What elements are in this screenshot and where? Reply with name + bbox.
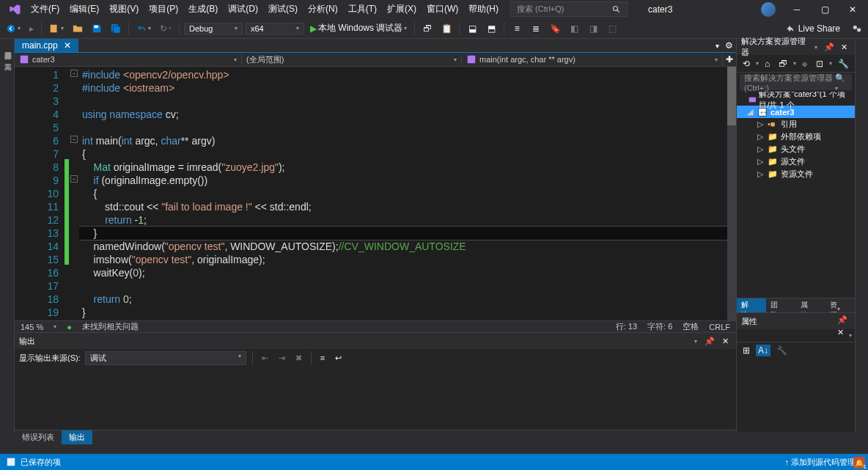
config-combo[interactable]: Debug▾ <box>184 23 243 34</box>
output-source-combo[interactable]: 调试▾ <box>85 351 246 365</box>
nav-back-button[interactable]: ▾ <box>3 22 23 35</box>
menu-文件(F)[interactable]: 文件(F) <box>26 1 64 18</box>
out-tool-2[interactable]: ⇥ <box>276 352 288 364</box>
platform-combo[interactable]: x64▾ <box>246 23 304 34</box>
prop-cat-icon[interactable]: ⊞ <box>740 344 753 357</box>
sol-home-icon[interactable]: ⟲ <box>740 57 753 70</box>
panel-close-icon[interactable]: ✕ <box>838 41 850 54</box>
notification-badge[interactable]: 🔔1 <box>853 457 865 469</box>
output-close-icon[interactable]: ✕ <box>719 335 732 348</box>
menu-窗口(W)[interactable]: 窗口(W) <box>422 1 463 18</box>
new-button[interactable]: ▾ <box>46 22 67 35</box>
tab-error-list[interactable]: 错误列表 <box>15 430 62 444</box>
tree-node[interactable]: ▷📁头文件 <box>737 143 855 155</box>
output-source-label: 显示输出来源(S): <box>19 353 81 364</box>
tb-icon-8[interactable]: ◧ <box>566 22 582 35</box>
tb-icon-7[interactable]: 🔖 <box>547 22 563 35</box>
stab[interactable]: 解决... <box>737 298 766 312</box>
tree-node[interactable]: ▷📁外部依赖项 <box>737 131 855 143</box>
nav-scope-global[interactable]: (全局范围)▾ <box>242 54 462 66</box>
feedback-button[interactable] <box>849 22 865 35</box>
panel-dd-icon[interactable]: ▾ <box>812 41 820 54</box>
server-explorer-tab[interactable]: 服务器资源管理器 <box>0 40 14 52</box>
solution-search[interactable]: 搜索解决方案资源管理器(Ctrl+;)🔍 ▾ <box>740 74 852 90</box>
tree-node[interactable]: ▷📁资源文件 <box>737 168 855 180</box>
sol-tool-6[interactable]: 🔧 <box>835 57 852 70</box>
redo-button[interactable]: ↻▾ <box>157 22 174 35</box>
panel-pin-icon[interactable]: 📌 <box>821 41 837 54</box>
nav-fwd-button[interactable]: ▸ <box>26 22 37 35</box>
out-tool-4[interactable]: ≡ <box>317 352 328 364</box>
line-label: 行: 13 <box>616 321 637 332</box>
tb-icon-6[interactable]: ≣ <box>528 22 544 35</box>
tab-output[interactable]: 输出 <box>62 430 92 444</box>
start-debug-button[interactable]: ▶ 本地 Windows 调试器 ▾ <box>307 21 410 36</box>
sol-tool-5[interactable]: ⊡ <box>813 57 826 70</box>
menu-测试(S)[interactable]: 测试(S) <box>264 1 302 18</box>
save-status-icon <box>6 457 16 467</box>
tree-node[interactable]: ▷📁源文件 <box>737 155 855 168</box>
menu-扩展(X)[interactable]: 扩展(X) <box>383 1 421 18</box>
prop-close-icon[interactable]: ✕ <box>834 326 850 339</box>
tb-icon-9[interactable]: ◨ <box>585 22 601 35</box>
prop-az-icon[interactable]: A↓ <box>756 345 770 356</box>
save-all-button[interactable] <box>108 22 124 35</box>
prop-pin-icon[interactable]: 📌 <box>834 314 850 326</box>
scrollbar[interactable] <box>727 67 736 320</box>
menu-编辑(E)[interactable]: 编辑(E) <box>65 1 103 18</box>
tb-icon-5[interactable]: ≡ <box>509 22 525 35</box>
close-tab-icon[interactable]: ✕ <box>64 40 71 51</box>
solution-tree[interactable]: 解决方案"cater3"(1 个项目/共 1 个 ◢ ++ cater3 ▷•■… <box>737 92 855 298</box>
menu-分析(N)[interactable]: 分析(N) <box>304 1 342 18</box>
solution-node-root[interactable]: 解决方案"cater3"(1 个项目/共 1 个 <box>737 93 855 106</box>
out-tool-1[interactable]: ⇤ <box>259 352 271 364</box>
menu-工具(T)[interactable]: 工具(T) <box>344 1 381 18</box>
split-button[interactable]: ✚ <box>723 53 736 66</box>
zoom-level[interactable]: 145 % <box>21 323 43 331</box>
tab-menu-icon[interactable]: ⚙ <box>722 39 736 52</box>
close-button[interactable]: ✕ <box>840 0 865 18</box>
menu-帮助(H)[interactable]: 帮助(H) <box>464 1 503 18</box>
nav-scope-project[interactable]: cater3▾ <box>15 54 242 65</box>
sol-tool-2[interactable]: ⌂ <box>762 57 773 70</box>
output-pin-icon[interactable]: 📌 <box>702 335 718 348</box>
stab[interactable]: 属性... <box>796 298 825 312</box>
svg-text:++: ++ <box>760 109 768 116</box>
tb-icon-2[interactable]: 📋 <box>438 22 455 35</box>
minimize-button[interactable]: ─ <box>784 0 809 18</box>
tb-icon-4[interactable]: ⬒ <box>483 22 499 35</box>
out-tool-5[interactable]: ↩ <box>332 352 345 364</box>
tb-icon-10[interactable]: ⬚ <box>604 22 620 35</box>
svg-rect-4 <box>95 25 98 28</box>
search-input[interactable]: 搜索 (Ctrl+Q) <box>510 1 628 17</box>
menu-项目(P)[interactable]: 项目(P) <box>144 1 183 18</box>
code-editor[interactable]: 12345678910111213141516171819 --- #inclu… <box>15 67 736 320</box>
open-button[interactable] <box>70 22 86 35</box>
toolbox-tab[interactable]: 工具箱 <box>0 52 14 64</box>
prop-wrench-icon[interactable]: 🔧 <box>773 344 790 357</box>
maximize-button[interactable]: ▢ <box>812 0 837 18</box>
source-control-label[interactable]: ↑ 添加到源代码管理 ▴ <box>784 457 862 468</box>
stab[interactable]: 团队... <box>766 298 795 312</box>
liveshare-button[interactable]: Live Share <box>779 22 846 35</box>
tab-overflow-icon[interactable]: ▾ <box>713 39 722 52</box>
output-dropdown-icon[interactable]: ▾ <box>691 335 700 348</box>
menu-视图(V)[interactable]: 视图(V) <box>105 1 143 18</box>
tree-node[interactable]: ▷•■引用 <box>737 118 855 131</box>
nav-scope-func[interactable]: main(int argc, char ** argv)▾ <box>462 54 723 65</box>
prop-dd-icon[interactable]: ▾ <box>834 304 850 314</box>
menu-调试(D)[interactable]: 调试(D) <box>224 1 262 18</box>
file-tab-main[interactable]: main.cpp ✕ <box>15 39 78 52</box>
svg-rect-7 <box>21 56 29 64</box>
undo-button[interactable]: ▾ <box>133 22 154 35</box>
user-avatar[interactable] <box>761 2 776 17</box>
sol-tool-3[interactable]: 🗗 <box>776 57 790 70</box>
tb-icon-1[interactable]: 🗗 <box>419 22 435 35</box>
save-button[interactable] <box>89 22 105 35</box>
sol-tool-4[interactable]: ⟐ <box>799 57 810 70</box>
output-title: 输出 <box>19 336 35 347</box>
out-tool-3[interactable]: ✖ <box>293 352 305 364</box>
tb-icon-3[interactable]: ⬓ <box>464 22 480 35</box>
menu-生成(B)[interactable]: 生成(B) <box>184 1 222 18</box>
output-body[interactable] <box>15 367 736 430</box>
